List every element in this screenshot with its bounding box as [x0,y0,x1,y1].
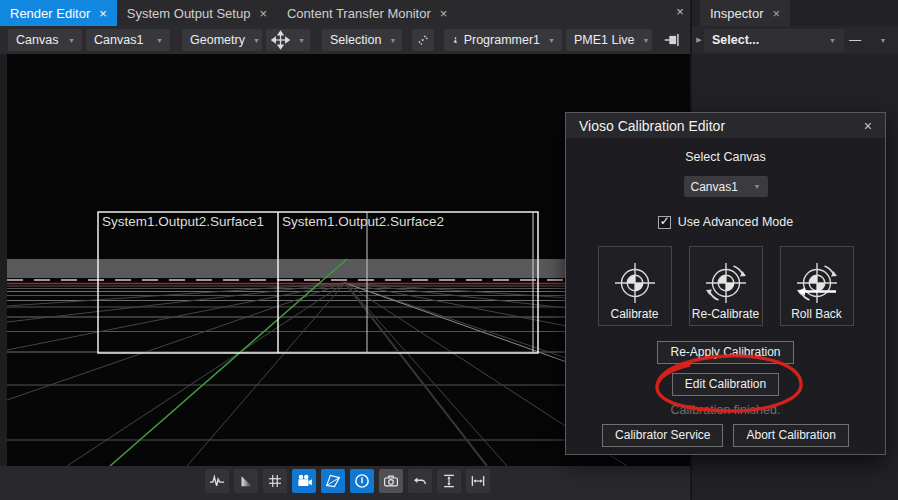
fit-horizontal-icon [469,472,487,490]
button-label: Roll Back [791,307,842,321]
grid-overlay-button[interactable] [263,469,287,493]
fit-vertical-button[interactable] [437,469,461,493]
dropdown-value: Select... [712,33,821,47]
chevron-down-icon: ▼ [829,37,836,44]
canvas-select-dropdown[interactable]: Canvas1 ▼ [684,176,768,197]
left-gutter [0,54,7,466]
recalibrate-target-icon [703,260,749,306]
chevron-down-icon: ▼ [754,183,761,190]
edit-calibration-button[interactable]: Edit Calibration [672,373,779,396]
dialog-bottom-buttons: Calibrator Service Abort Calibration [566,424,885,447]
dropdown-value: Programmer1 [464,33,540,47]
surface2-label: System1.Output2.Surface2 [282,214,444,229]
close-icon[interactable]: × [671,3,689,21]
gradient-ramp-icon [237,472,255,490]
frustum-icon [324,472,342,490]
snap-points-icon [417,30,429,50]
timer-info-button[interactable] [350,469,374,493]
document-tab-bar: Render Editor × System Output Setup × Co… [0,0,690,26]
advanced-mode-label: Use Advanced Mode [678,215,793,229]
camera-view-button[interactable] [292,469,316,493]
surface1-label: System1.Output2.Surface1 [102,214,264,229]
chevron-down-icon: ▼ [253,37,260,44]
grid-icon [266,472,284,490]
screenshot-camera-icon [382,472,400,490]
dialog-title-bar[interactable]: Vioso Calibration Editor × [566,113,885,138]
tab-label: Inspector [710,6,763,21]
chevron-down-icon[interactable]: ▼ [874,37,892,44]
waveform-monitor-button[interactable] [205,469,229,493]
close-icon[interactable]: × [440,6,448,21]
select-canvas-label: Select Canvas [566,150,885,164]
inspector-select-dropdown[interactable]: Select... ▼ [704,29,844,52]
chevron-down-icon: ▼ [548,37,555,44]
tab-content-transfer-monitor[interactable]: Content Transfer Monitor × [277,0,457,26]
calibrator-service-button[interactable]: Calibrator Service [602,424,723,447]
close-icon[interactable]: × [259,6,267,21]
button-label: Re-Calibrate [692,307,759,321]
chevron-down-icon: ▼ [68,37,75,44]
fit-horizontal-button[interactable] [466,469,490,493]
chevron-down-icon: ▼ [156,37,163,44]
timer-icon [353,472,371,490]
geometry-dropdown[interactable]: Geometry ▼ [182,29,262,51]
programmer-dropdown[interactable]: Programmer1 ▼ [444,29,562,51]
y-axis-line [110,259,347,466]
movie-camera-icon [295,472,313,490]
viewport-bottom-toolbar [0,466,690,500]
dropdown-value: Selection [330,33,381,47]
calibration-status-text: Calibration finished. [566,403,885,417]
advanced-mode-checkbox[interactable]: ✓ [658,216,671,229]
screenshot-button[interactable] [379,469,403,493]
minus-button[interactable]: — [844,33,866,47]
canvas-type-dropdown[interactable]: Canvas ▼ [8,29,82,51]
rollback-target-icon [794,260,840,306]
frustum-view-button[interactable] [321,469,345,493]
snap-points-button[interactable] [412,29,434,51]
reapply-calibration-button[interactable]: Re-Apply Calibration [657,341,793,364]
recalibrate-button[interactable]: Re-Calibrate [689,246,763,326]
waveform-icon [208,472,226,490]
collapse-arrow-icon[interactable]: ▶ [694,36,704,44]
canvas-name-dropdown[interactable]: Canvas1 ▼ [86,29,170,51]
checkmark-icon: ✓ [660,214,670,228]
gradient-ramp-button[interactable] [234,469,258,493]
abort-calibration-button[interactable]: Abort Calibration [733,424,848,447]
pin-icon [662,30,682,50]
undo-arrow-icon [411,472,429,490]
button-label: Calibrate [610,307,658,321]
dropdown-value: PME1 Live [574,33,634,47]
calibrate-button[interactable]: Calibrate [598,246,672,326]
dropdown-value: Canvas1 [94,33,148,47]
calibration-actions-row: Calibrate Re-Calibrate [566,246,885,326]
pme-live-dropdown[interactable]: PME1 Live ▼ [566,29,652,51]
chevron-down-icon: ▼ [642,37,649,44]
viewport-toolbar: Canvas ▼ Canvas1 ▼ Geometry ▼ ▼ Selectio… [0,26,690,54]
dialog-title: Vioso Calibration Editor [579,118,725,134]
fit-vertical-icon [440,472,458,490]
pin-button[interactable] [657,29,687,51]
close-icon[interactable]: × [99,6,107,21]
tab-label: System Output Setup [127,6,251,21]
undo-view-button[interactable] [408,469,432,493]
close-icon[interactable]: × [864,118,872,134]
tab-system-output-setup[interactable]: System Output Setup × [117,0,277,26]
chevron-down-icon: ▼ [298,37,305,44]
dropdown-value: Canvas [16,33,60,47]
tab-inspector[interactable]: Inspector × [700,0,790,26]
chevron-down-icon: ▼ [389,37,396,44]
dropdown-value: Geometry [190,33,245,47]
calibrate-target-icon [612,260,658,306]
move-tool-icon [271,30,290,50]
inspector-header-row: ▶ Select... ▼ — ▼ [692,26,898,54]
rollback-button[interactable]: Roll Back [780,246,854,326]
tab-label: Render Editor [10,6,90,21]
vioso-calibration-editor-dialog: Vioso Calibration Editor × Select Canvas… [565,112,886,455]
close-icon[interactable]: × [772,6,780,21]
selection-dropdown[interactable]: Selection ▼ [322,29,402,51]
move-tool-dropdown[interactable]: ▼ [266,29,310,51]
advanced-mode-row[interactable]: ✓ Use Advanced Mode [658,215,793,229]
programmer-icon [452,32,459,48]
tab-render-editor[interactable]: Render Editor × [0,0,117,26]
tab-label: Content Transfer Monitor [287,6,431,21]
